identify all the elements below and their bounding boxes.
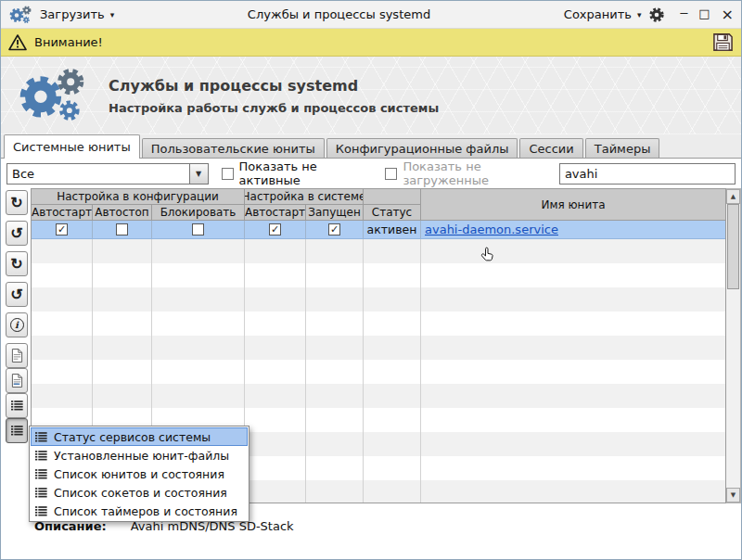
- view-unit-log-icon[interactable]: [6, 368, 28, 393]
- list-icon: [35, 488, 47, 498]
- scroll-track[interactable]: [726, 289, 740, 488]
- undo-icon[interactable]: ↺: [6, 282, 28, 307]
- minimize-button[interactable]: ─: [680, 7, 687, 22]
- window-title: Службы и процессы systemd: [122, 7, 556, 21]
- unit-list-icon[interactable]: [6, 393, 28, 418]
- save-button[interactable]: Сохранить ▾: [564, 7, 642, 21]
- checkbox-label: Показать не активные: [239, 159, 373, 187]
- titlebar: Загрузить ▾ Службы и процессы systemd Со…: [1, 1, 741, 29]
- dropdown-value: Все: [7, 167, 189, 181]
- unit-list-menu-icon[interactable]: [6, 418, 28, 443]
- checkbox-block[interactable]: [192, 223, 204, 235]
- column-header-autostop[interactable]: Автостоп: [93, 205, 152, 221]
- tab-user-units[interactable]: Пользовательские юниты: [142, 138, 325, 158]
- close-button[interactable]: ×: [722, 7, 734, 22]
- hero-banner: Службы и процессы systemd Настройка рабо…: [1, 57, 741, 134]
- scroll-thumb[interactable]: [727, 204, 739, 289]
- load-button[interactable]: Загрузить ▾: [40, 7, 114, 21]
- restart-unit-icon[interactable]: ↺: [6, 221, 28, 246]
- load-button-label: Загрузить: [40, 7, 105, 21]
- column-header-autostart-config[interactable]: Автостарт: [32, 205, 93, 221]
- checkbox-autostart-config[interactable]: ✓: [56, 223, 68, 235]
- table-empty-row: [32, 263, 725, 287]
- view-unit-file-icon[interactable]: [6, 343, 28, 368]
- list-icon: [35, 432, 47, 442]
- gears-logo-icon: [16, 67, 88, 124]
- unit-filter-dropdown[interactable]: Все ▼: [6, 163, 209, 185]
- menu-item-installed-unit-files[interactable]: Установленные юнит-файлы: [31, 446, 248, 465]
- menu-item-timers-and-states[interactable]: Список таймеров и состояния: [31, 502, 248, 520]
- tab-sessions[interactable]: Сессии: [519, 138, 582, 158]
- unit-name-link[interactable]: avahi-daemon.service: [425, 223, 558, 236]
- show-unloaded-checkbox[interactable]: Показать не загруженные: [385, 159, 559, 187]
- checkbox-label: Показать не загруженные: [403, 159, 559, 187]
- column-group-config: Настройка в конфигурации: [32, 189, 245, 205]
- table-empty-row: [32, 239, 725, 263]
- checkbox-autostart-system[interactable]: ✓: [269, 223, 281, 235]
- app-icon: [8, 5, 32, 25]
- reload-unit-icon[interactable]: ↻: [6, 251, 28, 276]
- column-header-block[interactable]: Блокировать: [152, 205, 245, 221]
- filter-row: Все ▼ Показать не активные Показать не з…: [1, 159, 741, 188]
- warning-bar: Внимание!: [1, 29, 741, 57]
- checkbox-autostop[interactable]: [116, 223, 128, 235]
- scroll-down-icon[interactable]: ▼: [726, 488, 740, 503]
- checkbox-running[interactable]: ✓: [328, 223, 340, 235]
- tab-bar: Системные юниты Пользовательские юниты К…: [1, 134, 741, 158]
- list-context-menu: Статус сервисов системы Установленные юн…: [29, 426, 249, 522]
- column-group-empty: [364, 189, 421, 205]
- status-badge: активен: [364, 221, 421, 238]
- save-button-label: Сохранить: [564, 7, 632, 21]
- menu-item-services-status[interactable]: Статус сервисов системы: [31, 427, 248, 446]
- table-empty-row: [32, 336, 725, 360]
- unit-info-icon[interactable]: i: [6, 312, 28, 337]
- column-header-status[interactable]: Статус: [364, 205, 421, 221]
- column-group-system: Настройка в системе: [245, 189, 364, 205]
- checkbox-box[interactable]: [385, 168, 397, 180]
- window-controls: ─ □ ×: [680, 7, 734, 22]
- chevron-down-icon[interactable]: ▼: [189, 164, 208, 184]
- hand-cursor-icon: [479, 246, 497, 264]
- column-header-unit-name[interactable]: Имя юнита: [421, 189, 725, 221]
- tab-system-units[interactable]: Системные юниты: [4, 134, 140, 159]
- list-icon: [35, 469, 47, 479]
- table-row-selected[interactable]: ✓ ✓ ✓ активен avahi-daemon.service: [32, 221, 725, 239]
- warning-triangle-icon: [8, 33, 27, 51]
- maximize-button[interactable]: □: [698, 7, 710, 22]
- checkbox-box[interactable]: [222, 168, 234, 180]
- warning-label: Внимание!: [34, 35, 103, 49]
- vertical-scrollbar[interactable]: ▲ ▼: [726, 188, 741, 503]
- app-window: Загрузить ▾ Службы и процессы systemd Со…: [0, 0, 742, 560]
- refresh-icon[interactable]: ↻: [6, 190, 28, 215]
- column-header-running[interactable]: Запущен: [306, 205, 364, 221]
- menu-item-units-and-states[interactable]: Список юнитов и состояния: [31, 465, 248, 483]
- hero-title: Службы и процессы systemd: [109, 77, 439, 95]
- table-empty-row: [32, 287, 725, 312]
- list-icon: [35, 451, 47, 461]
- table-empty-row: [32, 312, 725, 336]
- show-inactive-checkbox[interactable]: Показать не активные: [222, 159, 373, 187]
- save-file-icon[interactable]: [712, 32, 734, 53]
- hero-subtitle: Настройка работы служб и процессов систе…: [109, 101, 439, 115]
- tab-timers[interactable]: Таймеры: [585, 138, 660, 158]
- search-input[interactable]: [559, 163, 736, 185]
- list-icon: [35, 506, 47, 516]
- side-toolbar: ↻ ↺ ↻ ↺ i: [3, 188, 31, 503]
- column-header-autostart-system[interactable]: Автостарт: [245, 205, 306, 221]
- caret-down-icon: ▾: [637, 10, 642, 19]
- scroll-up-icon[interactable]: ▲: [726, 189, 740, 204]
- table-header: Настройка в конфигурации Настройка в сис…: [32, 189, 725, 221]
- caret-down-icon: ▾: [110, 10, 115, 19]
- table-empty-row: [32, 360, 725, 384]
- tab-config-files[interactable]: Конфигурационные файлы: [326, 138, 518, 158]
- menu-item-sockets-and-states[interactable]: Список сокетов и состояния: [31, 483, 248, 502]
- settings-gear-icon[interactable]: [648, 6, 665, 23]
- table-empty-row: [32, 384, 725, 408]
